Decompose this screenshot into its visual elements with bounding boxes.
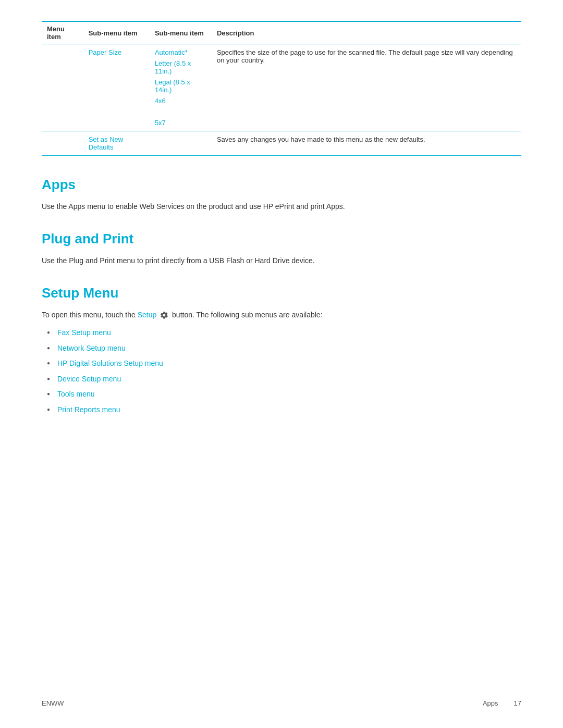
cell-sub-menu-2-values [150, 131, 212, 156]
print-reports-menu-link[interactable]: Print Reports menu [57, 405, 120, 414]
col-header-menu-item: Menu item [42, 21, 83, 44]
paper-size-link[interactable]: Paper Size [89, 48, 122, 56]
cell-sub-menu-values: Automatic* Letter (8.5 x 11in.) Legal (8… [150, 44, 212, 131]
4x6-link[interactable]: 4x6 [155, 97, 206, 105]
intro-before-text: To open this menu, touch the [42, 311, 136, 319]
cell-sub-menu-2: Set as New Defaults [83, 131, 150, 156]
cell-menu-item-2 [42, 131, 83, 156]
col-header-description: Description [212, 21, 521, 44]
apps-section: Apps Use the Apps menu to enable Web Ser… [42, 177, 521, 212]
plug-and-print-section: Plug and Print Use the Plug and Print me… [42, 231, 521, 266]
plug-and-print-heading: Plug and Print [42, 231, 521, 247]
device-setup-menu-link[interactable]: Device Setup menu [57, 375, 121, 383]
network-setup-menu-link[interactable]: Network Setup menu [57, 344, 126, 352]
table-row: Set as New Defaults Saves any changes yo… [42, 131, 521, 156]
cell-description-2: Saves any changes you have made to this … [212, 131, 521, 156]
setup-menu-heading: Setup Menu [42, 285, 521, 301]
plug-and-print-body: Use the Plug and Print menu to print dir… [42, 255, 521, 266]
cell-menu-item-1 [42, 44, 83, 131]
col-header-sub-menu-2: Sub-menu item [150, 21, 212, 44]
table-row: Paper Size Automatic* Letter (8.5 x 11in… [42, 44, 521, 131]
setup-menu-list: Fax Setup menu Network Setup menu HP Dig… [57, 328, 521, 415]
menu-table: Menu item Sub-menu item Sub-menu item De… [42, 21, 521, 156]
setup-menu-section: Setup Menu To open this menu, touch the … [42, 285, 521, 415]
footer-apps-label: Apps [483, 699, 498, 707]
cell-description-1: Specifies the size of the page to use fo… [212, 44, 521, 131]
table-section: Menu item Sub-menu item Sub-menu item De… [42, 21, 521, 156]
footer: ENWW Apps 17 [42, 699, 521, 707]
5x7-link[interactable]: 5x7 [155, 119, 206, 127]
col-header-sub-menu-1: Sub-menu item [83, 21, 150, 44]
tools-menu-link[interactable]: Tools menu [57, 390, 95, 398]
list-item: HP Digital Solutions Setup menu [57, 359, 521, 369]
list-item: Tools menu [57, 389, 521, 400]
hp-digital-solutions-link[interactable]: HP Digital Solutions Setup menu [57, 359, 163, 367]
footer-left: ENWW [42, 699, 64, 707]
footer-page-number: 17 [514, 699, 521, 707]
footer-right: Apps 17 [483, 699, 521, 707]
gear-icon [160, 310, 168, 320]
automatic-link[interactable]: Automatic* [155, 48, 206, 56]
legal-link[interactable]: Legal (8.5 x 14in.) [155, 78, 206, 94]
intro-after-text: button. The following sub menus are avai… [172, 311, 322, 319]
letter-link[interactable]: Letter (8.5 x 11in.) [155, 59, 206, 75]
setup-link[interactable]: Setup [138, 311, 157, 319]
list-item: Device Setup menu [57, 374, 521, 385]
cell-sub-menu-1: Paper Size [83, 44, 150, 131]
apps-body: Use the Apps menu to enable Web Services… [42, 201, 521, 212]
list-item: Network Setup menu [57, 343, 521, 354]
list-item: Fax Setup menu [57, 328, 521, 338]
fax-setup-menu-link[interactable]: Fax Setup menu [57, 328, 111, 337]
setup-menu-intro: To open this menu, touch the Setup butto… [42, 310, 521, 320]
apps-heading: Apps [42, 177, 521, 193]
set-as-new-defaults-link[interactable]: Set as New Defaults [89, 135, 123, 151]
list-item: Print Reports menu [57, 405, 521, 415]
